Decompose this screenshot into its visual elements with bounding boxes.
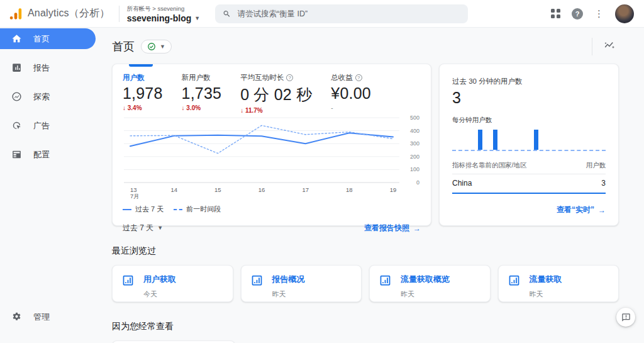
- sidebar-item-label: 首页: [33, 33, 50, 45]
- recent-card-user-acquisition[interactable]: 用户获取 今天: [112, 265, 233, 302]
- analytics-logo[interactable]: Analytics（分析）: [0, 7, 119, 21]
- metric-value: ¥0.00: [331, 84, 371, 103]
- metric-tab-total-revenue[interactable]: 总收益 ? ¥0.00 -: [331, 73, 371, 114]
- metric-tab-engagement-time[interactable]: 平均互动时长 ? 0 分 02 秒 ↓ 11.7%: [240, 73, 312, 114]
- view-realtime-link[interactable]: 查看“实时” →: [557, 205, 606, 215]
- recently-viewed-heading: 最近浏览过: [112, 245, 619, 257]
- metric-value: 0 分 02 秒: [240, 84, 312, 105]
- metric-value: 1,735: [182, 84, 222, 103]
- recent-card-title: 用户获取: [143, 274, 176, 285]
- arrow-right-icon: →: [598, 206, 606, 215]
- sidebar-item-home[interactable]: 首页: [0, 28, 96, 49]
- users-overview-card: 用户数 1,978 ↓ 3.4% 新用户数 1,735 ↓ 3.0% 平均互动时…: [112, 64, 431, 226]
- collection-status-dropdown[interactable]: ▼: [141, 40, 172, 53]
- sidebar-item-configure[interactable]: 配置: [0, 144, 104, 165]
- top-bar: Analytics（分析） 所有帐号 > ssevening ssevening…: [0, 0, 644, 28]
- metric-tab-users[interactable]: 用户数 1,978 ↓ 3.4%: [123, 73, 163, 114]
- frequently-viewed-card[interactable]: [112, 340, 235, 343]
- recent-card-subtitle: 今天: [143, 290, 176, 299]
- apps-grid-icon[interactable]: [551, 9, 560, 18]
- brand-title: Analytics（分析）: [28, 7, 110, 20]
- insights-icon[interactable]: [592, 38, 619, 55]
- legend-solid-swatch: [123, 209, 131, 210]
- report-snapshot-link[interactable]: 查看报告快照 →: [364, 223, 421, 233]
- explore-icon: [11, 91, 22, 102]
- analytics-logo-icon: [9, 7, 23, 21]
- metric-label: 平均互动时长 ?: [240, 73, 312, 82]
- legend-label: 前一时间段: [186, 205, 221, 213]
- more-vert-icon[interactable]: ⋮: [594, 9, 604, 18]
- sidebar: 首页 报告 探索 广告 配置 管理: [0, 28, 104, 343]
- metric-delta: ↓ 3.4%: [123, 104, 163, 111]
- recent-card-traffic-acquisition-overview[interactable]: 流量获取概览 昨天: [369, 265, 491, 302]
- chevron-down-icon: ▼: [157, 225, 163, 231]
- feedback-icon: [621, 313, 631, 322]
- realtime-table-header: 指标排名靠前的国家/地区 用户数: [452, 156, 606, 174]
- per-minute-label: 每分钟用户数: [452, 116, 606, 125]
- per-minute-bar: [493, 130, 497, 150]
- per-minute-bar: [478, 130, 482, 150]
- metric-value: 1,978: [123, 84, 163, 103]
- users-cell: 3: [601, 179, 606, 188]
- y-axis-tick: 200: [410, 154, 419, 160]
- main-content: 首页 ▼ 用户数 1,978 ↓ 3.4%: [104, 28, 644, 343]
- help-icon: ?: [355, 74, 362, 81]
- sidebar-item-explore[interactable]: 探索: [0, 86, 104, 107]
- series-previous-line: [130, 125, 393, 153]
- y-axis-tick: 100: [410, 166, 419, 172]
- avatar[interactable]: [615, 4, 634, 23]
- sidebar-item-reports[interactable]: 报告: [0, 57, 104, 78]
- y-axis-tick: 500: [410, 115, 419, 121]
- check-circle-icon: [147, 42, 156, 51]
- metric-label: 新用户数: [182, 73, 222, 82]
- search-input[interactable]: [237, 9, 460, 18]
- chart-legend: 过去 7 天 前一时间段: [123, 205, 421, 214]
- sidebar-item-label: 配置: [33, 149, 50, 160]
- country-cell: China: [452, 179, 472, 188]
- property-switcher[interactable]: 所有帐号 > ssevening ssevening-blog ▼: [119, 4, 207, 23]
- gear-icon: [11, 312, 22, 322]
- sidebar-item-label: 报告: [33, 62, 50, 74]
- sidebar-item-label: 管理: [33, 312, 50, 323]
- realtime-title: 过去 30 分钟的用户数: [452, 77, 606, 86]
- frequently-viewed-heading: 因为您经常查看: [112, 321, 619, 332]
- sidebar-item-admin[interactable]: 管理: [0, 306, 104, 327]
- feedback-button[interactable]: [616, 308, 635, 327]
- sidebar-item-label: 广告: [33, 120, 50, 132]
- metric-delta: ↓ 11.7%: [240, 107, 312, 114]
- help-icon[interactable]: ?: [572, 8, 583, 20]
- realtime-users-value: 3: [452, 89, 606, 107]
- metric-tab-new-users[interactable]: 新用户数 1,735 ↓ 3.0%: [182, 73, 222, 114]
- date-range-selector[interactable]: 过去 7 天 ▼: [123, 223, 163, 233]
- y-axis-tick: 0: [416, 179, 419, 186]
- recent-card-traffic-acquisition[interactable]: 流量获取 昨天: [498, 265, 619, 302]
- country-column-header: 指标排名靠前的国家/地区: [452, 161, 526, 170]
- recent-card-title: 报告概况: [272, 274, 305, 285]
- advertising-icon: [11, 120, 22, 131]
- configure-icon: [11, 149, 22, 160]
- search-bar[interactable]: [215, 4, 468, 23]
- bar-chart-baseline: [452, 150, 606, 151]
- help-icon: ?: [286, 74, 293, 81]
- recent-card-reports-snapshot[interactable]: 报告概况 昨天: [241, 265, 362, 302]
- report-chart-icon: [508, 274, 521, 287]
- recent-card-subtitle: 昨天: [401, 290, 450, 299]
- recent-card-subtitle: 昨天: [530, 290, 562, 299]
- metric-delta: -: [331, 104, 371, 111]
- metric-label: 用户数: [123, 73, 163, 82]
- metric-label: 总收益 ?: [331, 73, 371, 82]
- x-axis-tick: 16: [258, 186, 265, 193]
- per-minute-bar: [534, 130, 538, 150]
- per-minute-bar-chart: [452, 127, 606, 151]
- home-icon: [11, 33, 22, 44]
- search-icon: [223, 9, 231, 18]
- active-metric-tab-indicator: [129, 64, 153, 67]
- x-axis-tick: 17: [302, 186, 309, 193]
- recent-card-subtitle: 昨天: [272, 290, 305, 299]
- x-axis-tick: 18: [346, 186, 353, 193]
- sidebar-item-advertising[interactable]: 广告: [0, 115, 104, 136]
- x-axis-tick: 14: [170, 186, 177, 193]
- realtime-card: 过去 30 分钟的用户数 3 每分钟用户数 指标排名靠前的国家/地区 用户数 C…: [439, 64, 619, 226]
- x-axis-tick: 19: [390, 186, 397, 193]
- metric-tabs: 用户数 1,978 ↓ 3.4% 新用户数 1,735 ↓ 3.0% 平均互动时…: [123, 73, 421, 114]
